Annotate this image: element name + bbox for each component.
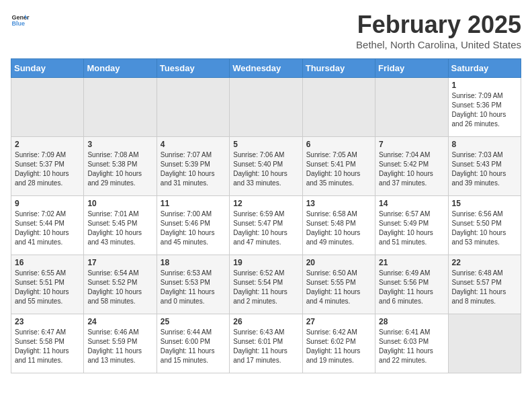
calendar-cell: 17Sunrise: 6:54 AM Sunset: 5:52 PM Dayli… xyxy=(84,255,157,314)
day-number: 22 xyxy=(452,258,517,267)
day-info: Sunrise: 6:52 AM Sunset: 5:54 PM Dayligh… xyxy=(233,269,298,306)
calendar-cell: 9Sunrise: 7:02 AM Sunset: 5:44 PM Daylig… xyxy=(11,196,84,255)
day-info: Sunrise: 6:44 AM Sunset: 6:00 PM Dayligh… xyxy=(161,328,226,365)
day-info: Sunrise: 6:46 AM Sunset: 5:59 PM Dayligh… xyxy=(87,328,152,365)
calendar-cell xyxy=(302,78,375,137)
calendar-cell: 10Sunrise: 7:01 AM Sunset: 5:45 PM Dayli… xyxy=(84,196,157,255)
calendar-cell: 2Sunrise: 7:09 AM Sunset: 5:37 PM Daylig… xyxy=(11,137,84,196)
calendar-cell: 18Sunrise: 6:53 AM Sunset: 5:53 PM Dayli… xyxy=(157,255,229,314)
calendar-cell: 25Sunrise: 6:44 AM Sunset: 6:00 PM Dayli… xyxy=(157,314,229,373)
calendar-cell xyxy=(84,78,157,137)
day-number: 5 xyxy=(233,140,298,149)
day-number: 12 xyxy=(233,199,298,208)
calendar-cell: 8Sunrise: 7:03 AM Sunset: 5:43 PM Daylig… xyxy=(448,137,521,196)
calendar-cell: 12Sunrise: 6:59 AM Sunset: 5:47 PM Dayli… xyxy=(230,196,302,255)
day-info: Sunrise: 6:43 AM Sunset: 6:01 PM Dayligh… xyxy=(233,328,298,365)
calendar-cell: 19Sunrise: 6:52 AM Sunset: 5:54 PM Dayli… xyxy=(230,255,302,314)
day-info: Sunrise: 7:00 AM Sunset: 5:46 PM Dayligh… xyxy=(161,210,226,247)
day-info: Sunrise: 6:53 AM Sunset: 5:53 PM Dayligh… xyxy=(161,269,226,306)
calendar-cell xyxy=(448,314,521,373)
calendar-cell xyxy=(375,78,448,137)
day-number: 10 xyxy=(87,199,152,208)
day-info: Sunrise: 6:50 AM Sunset: 5:55 PM Dayligh… xyxy=(306,269,371,306)
day-info: Sunrise: 6:59 AM Sunset: 5:47 PM Dayligh… xyxy=(233,210,298,247)
day-number: 13 xyxy=(306,199,371,208)
day-number: 7 xyxy=(379,140,444,149)
day-number: 9 xyxy=(15,199,80,208)
header: General Blue February 2025 Bethel, North… xyxy=(11,11,521,50)
calendar-cell xyxy=(11,78,84,137)
calendar-cell xyxy=(230,78,302,137)
day-number: 20 xyxy=(306,258,371,267)
calendar-cell: 21Sunrise: 6:49 AM Sunset: 5:56 PM Dayli… xyxy=(375,255,448,314)
day-info: Sunrise: 7:07 AM Sunset: 5:39 PM Dayligh… xyxy=(161,150,226,188)
calendar-cell xyxy=(157,78,229,137)
day-info: Sunrise: 7:09 AM Sunset: 5:37 PM Dayligh… xyxy=(15,150,80,188)
day-info: Sunrise: 7:04 AM Sunset: 5:42 PM Dayligh… xyxy=(379,150,444,188)
calendar-cell: 11Sunrise: 7:00 AM Sunset: 5:46 PM Dayli… xyxy=(157,196,229,255)
calendar-cell: 4Sunrise: 7:07 AM Sunset: 5:39 PM Daylig… xyxy=(157,137,229,196)
weekday-header-thursday: Thursday xyxy=(302,59,375,78)
calendar-week-5: 23Sunrise: 6:47 AM Sunset: 5:58 PM Dayli… xyxy=(11,314,521,373)
calendar-week-2: 2Sunrise: 7:09 AM Sunset: 5:37 PM Daylig… xyxy=(11,137,521,196)
weekday-header-tuesday: Tuesday xyxy=(157,59,229,78)
day-info: Sunrise: 6:42 AM Sunset: 6:02 PM Dayligh… xyxy=(306,328,371,365)
weekday-header-saturday: Saturday xyxy=(448,59,521,78)
day-info: Sunrise: 6:54 AM Sunset: 5:52 PM Dayligh… xyxy=(87,269,152,306)
calendar-cell: 14Sunrise: 6:57 AM Sunset: 5:49 PM Dayli… xyxy=(375,196,448,255)
logo-icon: General Blue xyxy=(11,11,30,30)
calendar-week-1: 1Sunrise: 7:09 AM Sunset: 5:36 PM Daylig… xyxy=(11,78,521,137)
day-info: Sunrise: 6:48 AM Sunset: 5:57 PM Dayligh… xyxy=(452,269,517,306)
day-number: 17 xyxy=(87,258,152,267)
day-number: 21 xyxy=(379,258,444,267)
calendar-cell: 16Sunrise: 6:55 AM Sunset: 5:51 PM Dayli… xyxy=(11,255,84,314)
day-info: Sunrise: 7:02 AM Sunset: 5:44 PM Dayligh… xyxy=(15,210,80,247)
day-number: 25 xyxy=(161,317,226,326)
calendar-cell: 15Sunrise: 6:56 AM Sunset: 5:50 PM Dayli… xyxy=(448,196,521,255)
svg-text:General: General xyxy=(11,14,30,21)
calendar-cell: 13Sunrise: 6:58 AM Sunset: 5:48 PM Dayli… xyxy=(302,196,375,255)
calendar-cell: 24Sunrise: 6:46 AM Sunset: 5:59 PM Dayli… xyxy=(84,314,157,373)
calendar-week-3: 9Sunrise: 7:02 AM Sunset: 5:44 PM Daylig… xyxy=(11,196,521,255)
day-number: 6 xyxy=(306,140,371,149)
day-number: 8 xyxy=(452,140,517,149)
day-info: Sunrise: 7:05 AM Sunset: 5:41 PM Dayligh… xyxy=(306,150,371,188)
day-number: 1 xyxy=(452,81,517,90)
weekday-header-friday: Friday xyxy=(375,59,448,78)
day-info: Sunrise: 6:58 AM Sunset: 5:48 PM Dayligh… xyxy=(306,210,371,247)
calendar-cell: 3Sunrise: 7:08 AM Sunset: 5:38 PM Daylig… xyxy=(84,137,157,196)
calendar-cell: 23Sunrise: 6:47 AM Sunset: 5:58 PM Dayli… xyxy=(11,314,84,373)
day-info: Sunrise: 7:06 AM Sunset: 5:40 PM Dayligh… xyxy=(233,150,298,188)
weekday-header-wednesday: Wednesday xyxy=(230,59,302,78)
day-number: 2 xyxy=(15,140,80,149)
calendar-cell: 22Sunrise: 6:48 AM Sunset: 5:57 PM Dayli… xyxy=(448,255,521,314)
day-number: 16 xyxy=(15,258,80,267)
weekday-header-monday: Monday xyxy=(84,59,157,78)
day-info: Sunrise: 6:56 AM Sunset: 5:50 PM Dayligh… xyxy=(452,210,517,247)
day-number: 18 xyxy=(161,258,226,267)
calendar-cell: 7Sunrise: 7:04 AM Sunset: 5:42 PM Daylig… xyxy=(375,137,448,196)
logo: General Blue xyxy=(11,11,30,30)
calendar-cell: 5Sunrise: 7:06 AM Sunset: 5:40 PM Daylig… xyxy=(230,137,302,196)
calendar-cell: 26Sunrise: 6:43 AM Sunset: 6:01 PM Dayli… xyxy=(230,314,302,373)
day-number: 4 xyxy=(161,140,226,149)
day-number: 11 xyxy=(161,199,226,208)
day-info: Sunrise: 6:47 AM Sunset: 5:58 PM Dayligh… xyxy=(15,328,80,365)
day-number: 26 xyxy=(233,317,298,326)
title-area: February 2025 Bethel, North Carolina, Un… xyxy=(356,11,521,50)
day-info: Sunrise: 6:57 AM Sunset: 5:49 PM Dayligh… xyxy=(379,210,444,247)
calendar-week-4: 16Sunrise: 6:55 AM Sunset: 5:51 PM Dayli… xyxy=(11,255,521,314)
calendar-cell: 20Sunrise: 6:50 AM Sunset: 5:55 PM Dayli… xyxy=(302,255,375,314)
day-number: 27 xyxy=(306,317,371,326)
calendar-table: SundayMondayTuesdayWednesdayThursdayFrid… xyxy=(11,58,521,373)
svg-text:Blue: Blue xyxy=(11,20,25,27)
day-number: 23 xyxy=(15,317,80,326)
location-title: Bethel, North Carolina, United States xyxy=(356,39,521,50)
day-info: Sunrise: 7:08 AM Sunset: 5:38 PM Dayligh… xyxy=(87,150,152,188)
calendar-cell: 6Sunrise: 7:05 AM Sunset: 5:41 PM Daylig… xyxy=(302,137,375,196)
day-number: 19 xyxy=(233,258,298,267)
day-info: Sunrise: 7:01 AM Sunset: 5:45 PM Dayligh… xyxy=(87,210,152,247)
day-info: Sunrise: 6:49 AM Sunset: 5:56 PM Dayligh… xyxy=(379,269,444,306)
day-info: Sunrise: 6:41 AM Sunset: 6:03 PM Dayligh… xyxy=(379,328,444,365)
day-info: Sunrise: 7:09 AM Sunset: 5:36 PM Dayligh… xyxy=(452,91,517,129)
